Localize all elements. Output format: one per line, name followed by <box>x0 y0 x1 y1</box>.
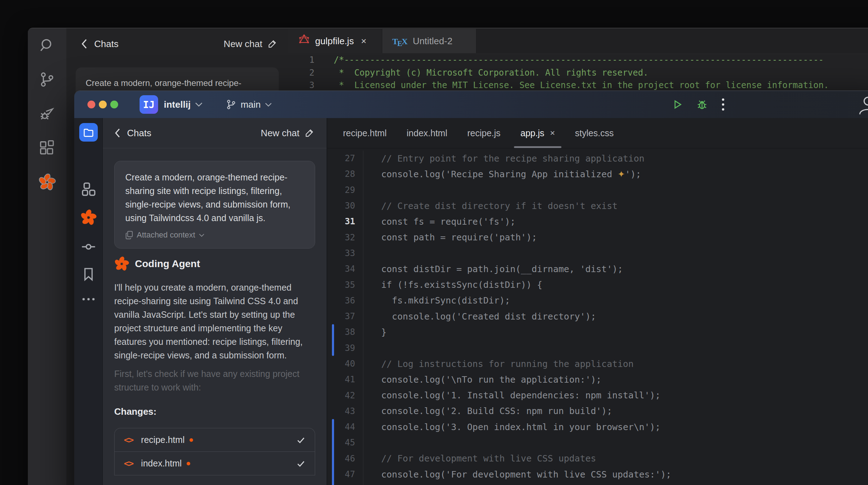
code-line: 41 console.log('\nTo run the application… <box>327 372 868 387</box>
gutter-separator <box>358 198 363 214</box>
changed-file-name: recipe.html <box>141 435 185 445</box>
zoom-window-button[interactable] <box>110 101 118 108</box>
line-text: console.log('Created dist directory'); <box>363 311 596 322</box>
tab-label: recipe.js <box>467 128 500 138</box>
chats-title[interactable]: Chats <box>127 128 151 139</box>
back-new-chat-button[interactable]: New chat <box>224 39 277 50</box>
line-text: const path = require('path'); <box>363 232 537 242</box>
code-line: 38 } <box>327 324 868 340</box>
code-area[interactable]: 27 // Entry point for the recipe sharing… <box>327 148 868 485</box>
line-text: /*--------------------------------------… <box>317 55 824 65</box>
line-number: 42 <box>327 390 358 400</box>
code-line: 31 const fs = require('fs'); <box>327 214 868 229</box>
changes-heading: Changes: <box>114 406 315 417</box>
editor-tab[interactable]: recipe.js <box>457 118 510 148</box>
close-window-button[interactable] <box>87 101 95 108</box>
back-code[interactable]: 1 /*------------------------------------… <box>288 53 868 92</box>
search-icon[interactable] <box>28 28 66 62</box>
changed-file-row[interactable]: <> recipe.html <box>115 428 315 452</box>
line-text: console.log('3. Open index.html in your … <box>363 422 661 432</box>
extensions-icon[interactable] <box>28 131 66 165</box>
chat-header: Chats New chat <box>103 118 327 148</box>
structure-tool-button[interactable] <box>74 182 103 196</box>
line-number: 43 <box>327 406 358 416</box>
tab-label: styles.css <box>575 128 614 138</box>
gutter-separator <box>358 482 363 485</box>
modified-dot <box>190 438 193 442</box>
gutter-separator <box>358 229 363 245</box>
code-line: 37 console.log('Created dist directory')… <box>327 308 868 324</box>
line-number: 37 <box>327 311 358 321</box>
new-chat-button[interactable]: New chat <box>261 128 314 139</box>
changes-list: <> recipe.html <> index.html <box>114 428 315 475</box>
back-chat-header: Chats New chat <box>66 28 288 60</box>
editor-tab[interactable]: recipe.html <box>333 118 397 148</box>
chevron-left-icon[interactable] <box>114 128 121 138</box>
profile-icon[interactable] <box>858 96 868 114</box>
code-line: 40 // Log instructions for running the a… <box>327 356 868 372</box>
line-number: 45 <box>327 438 358 448</box>
changed-file-row[interactable]: <> index.html <box>115 452 315 475</box>
activity-bar <box>28 28 66 485</box>
editor-tab[interactable]: index.html <box>397 118 457 148</box>
editor-tab[interactable]: TEX Untitled-2 <box>382 29 476 53</box>
line-number: 32 <box>327 233 358 242</box>
branch-switcher[interactable]: main <box>226 99 272 110</box>
code-line: 46 // For development with live CSS upda… <box>327 451 868 466</box>
agent-tool-button[interactable] <box>74 209 103 226</box>
line-text: console.log('1. Install dependencies: np… <box>363 390 661 400</box>
code-line: 42 console.log('1. Install dependencies:… <box>327 387 868 403</box>
code-line: 1 /*------------------------------------… <box>288 53 868 66</box>
branch-name: main <box>241 99 261 110</box>
chevron-down-icon <box>265 102 272 107</box>
app-initials: IJ <box>143 99 155 110</box>
line-text: * Licensed under the MIT License. See Li… <box>317 80 829 90</box>
attached-context-toggle[interactable]: Attached context <box>125 230 304 240</box>
editor-tab[interactable]: styles.css <box>565 118 624 148</box>
bookmarks-tool-button[interactable] <box>74 267 103 281</box>
line-number: 28 <box>327 169 358 179</box>
debug-icon[interactable] <box>696 98 708 111</box>
user-prompt-bubble[interactable]: Create a modern, orange-themed recipe-sh… <box>114 161 315 249</box>
line-text: // Create dist directory if it doesn't e… <box>363 201 617 211</box>
chevron-down-icon[interactable] <box>195 102 203 107</box>
chevron-down-icon <box>199 233 205 237</box>
app-icon: IJ <box>140 95 158 114</box>
run-icon[interactable] <box>672 99 683 110</box>
project-name[interactable]: intellij <box>164 99 191 110</box>
gutter-separator <box>358 166 363 182</box>
close-tab-icon[interactable]: × <box>361 36 366 47</box>
check-icon <box>296 435 306 445</box>
line-number: 46 <box>327 454 358 464</box>
commit-icon <box>81 239 96 254</box>
more-tools-button[interactable] <box>74 296 103 302</box>
back-new-chat-label: New chat <box>224 39 262 50</box>
editor-area: recipe.html index.html recipe.js app.js … <box>327 118 868 485</box>
line-number: 34 <box>327 264 358 274</box>
line-text: * Copyright (c) Microsoft Corporation. A… <box>317 68 648 78</box>
line-number: 36 <box>327 296 358 306</box>
gutter-separator <box>358 419 363 435</box>
gutter-separator <box>358 466 363 482</box>
minimize-window-button[interactable] <box>99 101 107 108</box>
more-actions-icon[interactable] <box>721 97 725 112</box>
agent-logo-icon[interactable] <box>28 165 66 199</box>
editor-tab[interactable]: gulpfile.js × <box>288 29 382 53</box>
code-lines[interactable]: 27 // Entry point for the recipe sharing… <box>327 150 868 485</box>
code-line: 48 console.log('npm run watch'); <box>327 482 868 485</box>
chevron-left-icon[interactable] <box>81 39 89 49</box>
line-number: 2 <box>288 68 317 78</box>
line-number: 31 <box>327 216 358 226</box>
editor-tab[interactable]: app.js × <box>510 118 565 148</box>
tool-window-bar <box>74 118 103 485</box>
titlebar-actions <box>672 91 725 118</box>
back-chats-title[interactable]: Chats <box>94 39 118 50</box>
git-branch-icon <box>226 99 236 110</box>
source-control-icon[interactable] <box>28 62 66 97</box>
project-tool-button[interactable] <box>74 123 103 142</box>
close-tab-icon[interactable]: × <box>550 128 555 138</box>
run-debug-icon[interactable] <box>28 97 66 131</box>
commit-tool-button[interactable] <box>74 239 103 254</box>
agent-reply-secondary: First, let's check if we have any existi… <box>114 367 315 394</box>
changed-file-name: index.html <box>141 458 182 469</box>
